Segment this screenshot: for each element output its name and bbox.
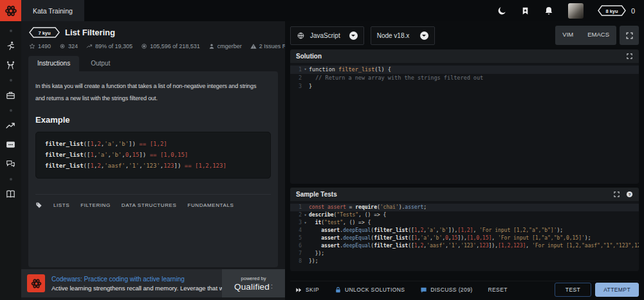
left-sidebar <box>0 0 21 300</box>
sidebar-item-forum[interactable] <box>5 139 16 150</box>
chat-bubble-icon <box>420 287 427 294</box>
moon-icon <box>497 6 507 16</box>
promo-link[interactable]: Codewars: Practice coding with active le… <box>51 276 222 283</box>
svg-text:7 kyu: 7 kyu <box>38 30 51 36</box>
stat-comments: 324 <box>59 43 78 49</box>
svg-text:?: ? <box>629 193 631 197</box>
bookmarks-button[interactable] <box>521 6 529 16</box>
fast-forward-icon <box>295 287 302 294</box>
solution-panel: Solution 1▾function filter_list(l) {2 //… <box>290 49 639 184</box>
sidebar-item-leaderboard[interactable] <box>5 120 16 131</box>
codewars-logo[interactable] <box>0 0 21 21</box>
sidebar-item-kumite[interactable] <box>5 60 16 71</box>
kumite-icon <box>5 60 16 71</box>
kata-rank-badge: 7 kyu <box>29 27 60 38</box>
sample-tests-title: Sample Tests <box>296 191 337 198</box>
sidebar-item-careers[interactable] <box>5 90 16 101</box>
tag-lists[interactable]: LISTS <box>53 202 69 208</box>
unlock-solutions-button[interactable]: UNLOCK SOLUTIONS <box>329 284 410 296</box>
powered-by-label: powered by <box>241 276 266 281</box>
runner-icon <box>5 40 16 51</box>
stat-satisfaction: 89% of 19,305 <box>86 43 133 49</box>
language-value: JavaScript <box>310 32 340 39</box>
honor-count: 0 <box>631 7 635 15</box>
tag-filtering[interactable]: FILTERING <box>80 202 111 208</box>
user-rank-honor[interactable]: 8 kyu 0 <box>598 5 635 16</box>
runtime-value: Node v18.x <box>377 32 410 39</box>
book-icon <box>5 189 16 200</box>
console-chat-icon <box>5 139 16 150</box>
lock-icon <box>335 287 342 294</box>
warning-icon <box>250 43 257 49</box>
speech-bubbles-icon <box>5 159 16 170</box>
top-bar: Kata Training <box>21 0 644 21</box>
kata-header: 7 kyu List Filtering 1490 324 89% of 19,… <box>21 21 285 49</box>
example-heading: Example <box>35 115 271 125</box>
kata-stats: 1490 324 89% of 19,305 105,596 of 218,53… <box>29 43 277 49</box>
notifications-button[interactable] <box>544 6 554 16</box>
codewars-swirl-icon <box>30 277 43 290</box>
tags-divider <box>35 194 271 195</box>
kata-tags: LISTS FILTERING DATA STRUCTURES FUNDAMEN… <box>35 202 271 209</box>
keybinding-group: VIM EMACS <box>555 26 616 45</box>
expand-icon <box>625 31 634 40</box>
qualified-link[interactable]: powered by Qualified: <box>222 269 285 297</box>
kata-description-line: In this kata you will create a function … <box>35 80 271 93</box>
stat-stars: 1490 <box>29 43 51 49</box>
expand-icon[interactable] <box>613 191 620 198</box>
skip-button[interactable]: SKIP <box>290 284 324 296</box>
emacs-button[interactable]: EMACS <box>580 26 616 45</box>
solution-title: Solution <box>296 53 322 60</box>
workspace-label: Kata Training <box>21 0 84 21</box>
solution-code-editor[interactable]: 1▾function filter_list(l) {2 // Return a… <box>290 63 639 184</box>
language-icon <box>297 31 305 40</box>
sidebar-item-training[interactable] <box>5 40 16 51</box>
language-select[interactable]: JavaScript <box>290 26 364 45</box>
kata-description-line: and returns a new list with the strings … <box>35 93 271 105</box>
reset-button[interactable]: RESET <box>483 284 513 296</box>
kata-title: List Filtering <box>65 28 115 37</box>
promo-subtext: Active learning strengthens recall and m… <box>51 285 222 292</box>
dark-mode-toggle[interactable] <box>497 6 507 16</box>
codewars-swirl-icon <box>3 3 19 19</box>
bookmark-icon <box>521 6 529 16</box>
sidebar-dot <box>10 109 12 112</box>
sidebar-item-discussions[interactable] <box>5 159 16 170</box>
medal-icon <box>59 43 66 49</box>
instructions-panel: In this kata you will create a function … <box>28 71 278 267</box>
help-icon[interactable]: ? <box>626 191 633 198</box>
target-icon <box>141 43 147 49</box>
codewars-promo-logo <box>27 274 45 292</box>
vim-button[interactable]: VIM <box>555 26 580 45</box>
runtime-select[interactable]: Node v18.x <box>371 26 435 45</box>
stat-completions: 105,596 of 218,531 <box>141 43 200 49</box>
trend-icon <box>86 43 93 49</box>
tag-fundamentals[interactable]: FUNDAMENTALS <box>187 202 234 208</box>
sample-tests-code-editor[interactable]: 1 const assert = require('chai').assert;… <box>290 201 639 271</box>
bell-icon <box>544 6 554 16</box>
tab-instructions[interactable]: Instructions <box>28 56 79 71</box>
tab-output[interactable]: Output <box>82 56 119 71</box>
user-avatar[interactable] <box>568 3 584 19</box>
trend-icon <box>5 120 16 131</box>
sidebar-dot <box>10 79 12 82</box>
kata-action-bar: SKIP UNLOCK SOLUTIONS DISCUSS (209) RESE… <box>290 281 639 300</box>
tag-data-structures[interactable]: DATA STRUCTURES <box>122 202 177 208</box>
user-icon <box>208 43 215 49</box>
kata-description-column: 7 kyu List Filtering 1490 324 89% of 19,… <box>21 21 285 300</box>
sidebar-item-docs[interactable] <box>5 189 16 200</box>
briefcase-icon <box>5 90 16 101</box>
topbar-controls: 8 kyu 0 <box>497 3 644 19</box>
test-button[interactable]: TEST <box>555 283 591 297</box>
codewars-kata-trainer: Kata Training <box>0 0 644 300</box>
editor-column: JavaScript Node v18.x VIM EMACS Solution <box>285 21 644 300</box>
stat-author: cmgerber <box>208 43 242 49</box>
fullscreen-button[interactable] <box>620 26 639 45</box>
footer-promo: Codewars: Practice coding with active le… <box>21 269 285 297</box>
attempt-button[interactable]: ATTEMPT <box>595 283 639 297</box>
expand-icon[interactable] <box>626 53 633 60</box>
star-icon <box>29 43 35 49</box>
chevron-down-icon <box>420 31 428 40</box>
discuss-button[interactable]: DISCUSS (209) <box>415 284 477 296</box>
rank-hex-badge: 8 kyu <box>598 5 626 16</box>
